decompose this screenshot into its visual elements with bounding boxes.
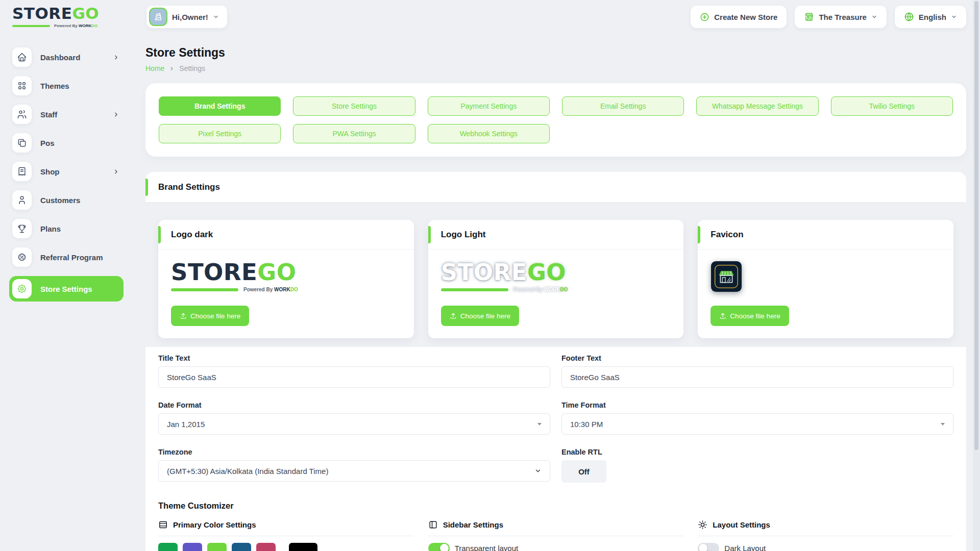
dropdown-arrow-icon	[537, 423, 542, 425]
chevron-down-icon	[213, 14, 219, 20]
color-swatch[interactable]	[289, 543, 317, 551]
language-switcher-button[interactable]: English	[895, 6, 966, 28]
plus-circle-icon	[700, 12, 709, 22]
tab-pixel-settings[interactable]: Pixel Settings	[159, 124, 281, 143]
sidebar-item-plans[interactable]: Plans	[12, 219, 134, 238]
receipt-icon	[12, 162, 32, 181]
title-text-field-group: Title Text	[158, 354, 550, 388]
page-title: Store Settings	[145, 46, 966, 60]
tab-pwa-settings[interactable]: PWA Settings	[293, 124, 415, 143]
title-text-input[interactable]	[158, 366, 550, 388]
sidebar-item-customers[interactable]: Customers	[12, 190, 134, 210]
color-swatch[interactable]	[158, 543, 178, 551]
brand-settings-section: Brand Settings Logo dark STOREGO Powered…	[145, 172, 966, 551]
sidebar-item-themes[interactable]: Themes	[12, 76, 134, 95]
layout-sidebar-icon	[428, 520, 438, 530]
avatar	[149, 8, 167, 26]
sidebar-item-staff[interactable]: Staff	[12, 105, 134, 124]
sidebar-settings: Sidebar Settings Transparent layout	[428, 520, 684, 551]
time-format-select[interactable]: 10:30 PM	[561, 413, 953, 435]
enable-rtl-toggle-button[interactable]: Off	[561, 460, 606, 483]
logo-dark-preview: STOREGO Powered By WORKDO	[171, 261, 298, 292]
favicon-preview	[710, 261, 742, 292]
date-format-select[interactable]: Jan 1,2015	[158, 413, 550, 435]
language-label: English	[919, 13, 946, 21]
tab-store-settings[interactable]: Store Settings	[293, 96, 415, 116]
card-accent-bar	[698, 226, 700, 243]
logo-underline	[171, 288, 238, 291]
choose-file-button[interactable]: Choose file here	[441, 306, 519, 326]
color-swatches	[158, 543, 414, 551]
user-icon	[12, 190, 32, 210]
choose-file-button[interactable]: Choose file here	[171, 306, 249, 326]
chevron-down-icon	[871, 14, 877, 20]
create-new-store-button[interactable]: Create New Store	[691, 6, 787, 28]
color-swatch[interactable]	[256, 543, 276, 551]
sidebar-item-label: Staff	[40, 110, 57, 119]
footer-text-label: Footer Text	[561, 354, 953, 362]
sidebar-item-referral-program[interactable]: Referral Program	[12, 247, 134, 267]
wordmark-go: GO	[72, 4, 99, 22]
time-format-field-group: Time Format 10:30 PM	[561, 401, 953, 435]
color-swatch[interactable]	[183, 543, 202, 551]
theme-customizer-title: Theme Customizer	[158, 501, 953, 511]
breadcrumb: Home Settings	[145, 64, 966, 72]
scrollbar-track	[973, 0, 980, 551]
divider	[158, 536, 414, 536]
sidebar-item-label: Store Settings	[40, 285, 92, 293]
sidebar-item-store-settings[interactable]: Store Settings	[9, 276, 124, 302]
breadcrumb-current: Settings	[179, 64, 205, 72]
upload-icon	[180, 312, 187, 319]
breadcrumb-home-link[interactable]: Home	[145, 64, 164, 72]
home-icon	[12, 47, 32, 67]
color-swatch[interactable]	[207, 543, 227, 551]
tab-email-settings[interactable]: Email Settings	[562, 96, 684, 116]
title-text-label: Title Text	[158, 354, 550, 362]
logo-underline	[12, 25, 50, 27]
transparent-layout-label: Transparent layout	[455, 544, 519, 551]
sidebar-item-pos[interactable]: Pos	[12, 133, 134, 153]
section-accent-bar	[145, 179, 148, 196]
enable-rtl-label: Enable RTL	[561, 448, 953, 456]
main-content: Store Settings Home Settings Brand Setti…	[145, 36, 966, 551]
tab-brand-settings[interactable]: Brand Settings	[159, 96, 281, 116]
footer-text-input[interactable]	[561, 366, 953, 388]
primary-color-settings: Primary Color Settings	[158, 520, 414, 551]
sidebar-item-label: Plans	[40, 224, 61, 233]
storefront-icon	[804, 12, 814, 22]
footer-text-field-group: Footer Text	[561, 354, 953, 388]
dark-layout-toggle[interactable]	[698, 543, 719, 551]
tab-payment-settings[interactable]: Payment Settings	[428, 96, 550, 116]
transparent-layout-toggle[interactable]	[428, 543, 450, 551]
scrollbar-thumb[interactable]	[974, 1, 978, 450]
tab-webhook-settings[interactable]: Webhook Settings	[428, 124, 550, 143]
divider	[698, 536, 953, 536]
enable-rtl-field-group: Enable RTL Off	[561, 448, 953, 483]
chevron-right-icon	[113, 168, 119, 175]
divider	[428, 536, 684, 536]
card-title: Logo Light	[428, 220, 684, 249]
favicon-card: Favicon Choose file here	[698, 220, 953, 338]
storego-wordmark: STOREGO	[12, 6, 99, 21]
storego-logo: STOREGO Powered By WORKDO	[12, 6, 99, 28]
choose-file-button[interactable]: Choose file here	[710, 306, 789, 326]
credit-card-icon	[158, 520, 168, 530]
sidebar-item-label: Shop	[40, 167, 60, 176]
timezone-select[interactable]: (GMT+5:30) Asia/Kolkata (India Standard …	[158, 460, 550, 482]
sidebar-item-dashboard[interactable]: Dashboard	[12, 47, 134, 67]
user-menu-button[interactable]: Hi,Owner!	[146, 6, 227, 28]
sidebar-item-label: Referral Program	[40, 253, 103, 262]
color-swatch[interactable]	[232, 543, 251, 551]
brand-settings-form: Title Text Footer Text Date Format Jan 1…	[145, 347, 966, 551]
grid-icon	[12, 76, 32, 95]
tab-whatsapp-message-settings[interactable]: Whatsapp Message Settings	[696, 96, 818, 116]
logo-cards-row: Logo dark STOREGO Powered By WORKDO Choo…	[145, 203, 966, 347]
store-switcher-button[interactable]: The Treasure	[795, 6, 886, 28]
store-switcher-label: The Treasure	[819, 13, 866, 21]
sidebar-item-label: Dashboard	[40, 53, 80, 62]
wordmark-store: STORE	[12, 4, 72, 22]
card-title: Favicon	[698, 220, 953, 249]
sidebar-item-shop[interactable]: Shop	[12, 162, 134, 181]
upload-icon	[450, 312, 457, 319]
tab-twilio-settings[interactable]: Twilio Settings	[831, 96, 953, 116]
